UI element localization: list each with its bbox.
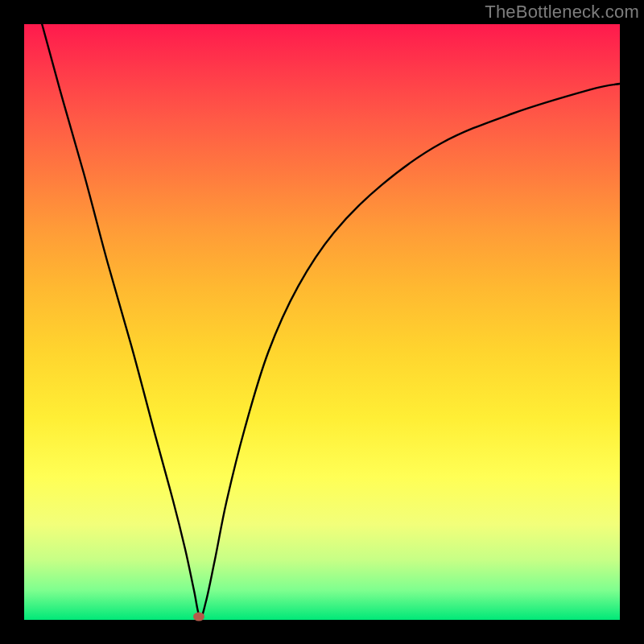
chart-frame: TheBottleneck.com <box>0 0 644 644</box>
plot-area <box>24 24 620 620</box>
bottleneck-curve-path <box>42 24 620 617</box>
curve-svg <box>24 24 620 620</box>
minimum-marker <box>193 613 204 621</box>
watermark-label: TheBottleneck.com <box>485 2 639 23</box>
